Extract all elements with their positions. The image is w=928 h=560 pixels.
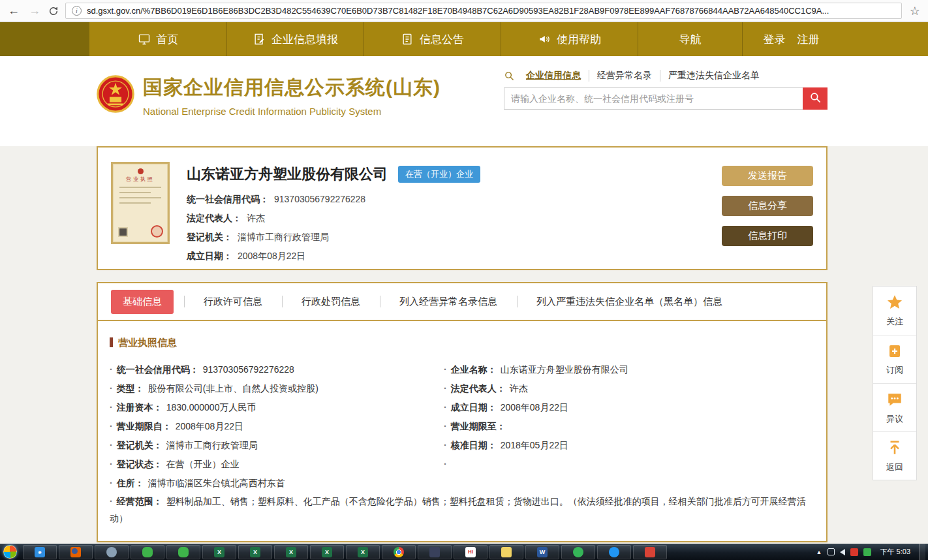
search-area: 企业信用信息 经营异常名录 严重违法失信企业名单 <box>504 70 827 110</box>
company-field: 成立日期：2008年08月22日 <box>187 251 480 262</box>
search-row <box>504 87 827 110</box>
search-tab-credit-info[interactable]: 企业信用信息 <box>518 70 589 82</box>
taskbar-excel-icon[interactable]: X <box>238 545 272 559</box>
bookmark-star-icon[interactable]: ☆ <box>908 4 921 18</box>
share-info-button[interactable]: 信息分享 <box>722 196 813 216</box>
license-qr-code <box>118 227 128 237</box>
search-magnifier-icon <box>504 70 515 82</box>
site-subtitle: National Enterprise Credit Information P… <box>143 106 441 117</box>
site-header: 国家企业信用信息公示系统(山东) National Enterprise Cre… <box>0 56 928 134</box>
search-tab-blacklist[interactable]: 严重违法失信企业名单 <box>660 70 767 82</box>
search-button[interactable] <box>803 87 827 110</box>
taskbar-clock[interactable]: 下午 5:03 <box>876 547 914 557</box>
license-title: 营业执照 <box>113 176 168 183</box>
license-field: 注册资本：1830.000000万人民币 <box>110 398 444 417</box>
desktop: ← → sd.gsxt.gov.cn/%7BB6D019E6D1B6E86B3D… <box>0 0 928 560</box>
business-license-thumbnail[interactable]: 营业执照 <box>111 162 170 244</box>
address-bar[interactable]: sd.gsxt.gov.cn/%7BB6D019E6D1B6E86B3DC2B3… <box>65 3 902 19</box>
license-field: 统一社会信用代码：913703056792276228 <box>110 360 444 379</box>
browser-chrome: ← → sd.gsxt.gov.cn/%7BB6D019E6D1B6E86B3D… <box>0 0 928 22</box>
tray-action-center-icon[interactable] <box>827 548 835 555</box>
send-report-button[interactable]: 发送报告 <box>722 166 813 186</box>
taskbar-wechat-icon[interactable] <box>131 545 164 559</box>
back-to-top-icon <box>886 439 903 459</box>
license-field: 类型：股份有限公司(非上市、自然人投资或控股) <box>110 379 444 398</box>
back-to-top-button[interactable]: 返回 <box>873 431 916 480</box>
license-field: 企业名称：山东诺亚方舟塑业股份有限公司 <box>444 360 814 379</box>
detail-tabbar: 基础信息 行政许可信息 行政处罚信息 列入经营异常名录信息 列入严重违法失信企业… <box>98 283 826 321</box>
company-summary-card: 营业执照 山东诺亚方舟塑业股份有限公司 在营（开业）企业 统一社会信用代码：91… <box>97 146 827 270</box>
nav-item-navigation[interactable]: 导航 <box>638 22 742 56</box>
nav-item-label: 信息公告 <box>420 32 464 47</box>
taskbar-media-app-icon[interactable] <box>597 545 631 559</box>
search-tab-abnormal-list[interactable]: 经营异常名录 <box>589 70 660 82</box>
license-field-business-scope: 经营范围：塑料制品加工、销售；塑料原料、化工产品（不含危险化学品）销售；塑料托盘… <box>110 493 814 527</box>
start-button-icon[interactable] <box>3 545 17 559</box>
objection-button[interactable]: 异议 <box>873 383 916 431</box>
taskbar-browser-globe-icon[interactable] <box>95 545 129 559</box>
taskbar-chrome-icon[interactable] <box>382 545 416 559</box>
taskbar-firefox-icon[interactable] <box>59 545 93 559</box>
nav-item-announcements[interactable]: 信息公告 <box>363 22 501 56</box>
follow-button[interactable]: 关注 <box>873 287 916 335</box>
taskbar-excel-icon[interactable]: X <box>310 545 344 559</box>
show-desktop-button[interactable] <box>920 544 925 560</box>
company-field: 法定代表人：许杰 <box>187 213 480 225</box>
taskbar-green-app-icon[interactable] <box>561 545 595 559</box>
main-navbar: 首页 企业信息填报 信息公告 使用帮助 导航 登录 注册 <box>0 22 928 56</box>
nav-auth: 登录 注册 <box>742 22 840 56</box>
company-field: 统一社会信用代码：913703056792276228 <box>187 194 480 206</box>
subscribe-icon <box>887 343 903 362</box>
tab-blacklist[interactable]: 列入严重违法失信企业名单（黑名单）信息 <box>517 296 742 308</box>
subscribe-button[interactable]: 订阅 <box>873 335 916 383</box>
tray-green-app-icon[interactable] <box>863 548 871 556</box>
taskbar-word-icon[interactable]: W <box>525 545 559 559</box>
taskbar-notepad-icon[interactable] <box>489 545 523 559</box>
nav-item-home[interactable]: 首页 <box>89 22 226 56</box>
announcement-icon <box>401 33 414 46</box>
site-title: 国家企业信用信息公示系统(山东) <box>143 74 441 101</box>
tab-administrative-penalty[interactable]: 行政处罚信息 <box>282 296 380 308</box>
license-field: 营业期限自：2008年08月22日 <box>110 417 444 436</box>
magnifier-icon <box>809 91 822 106</box>
license-field: 法定代表人：许杰 <box>444 379 814 398</box>
browser-back-icon[interactable]: ← <box>7 4 21 18</box>
site-info-icon[interactable] <box>72 6 82 16</box>
tab-abnormal-operations[interactable]: 列入经营异常名录信息 <box>380 296 517 308</box>
nav-item-label: 使用帮助 <box>557 32 601 47</box>
taskbar-excel-icon[interactable]: X <box>346 545 380 559</box>
windows-taskbar: e X X X X X HI W ▲ 下午 5:03 <box>0 544 928 560</box>
tray-red-app-icon[interactable] <box>850 548 858 556</box>
tray-volume-icon[interactable] <box>840 549 845 555</box>
nav-item-enterprise-filing[interactable]: 企业信息填报 <box>226 22 363 56</box>
browser-forward-icon[interactable]: → <box>27 4 42 18</box>
taskbar-hi-app-icon[interactable]: HI <box>454 545 487 559</box>
url-text: sd.gsxt.gov.cn/%7BB6D019E6D1B6E86B3DC2B3… <box>87 6 829 16</box>
browser-refresh-icon[interactable] <box>48 6 59 16</box>
license-seal-icon <box>151 225 163 238</box>
brand-text: 国家企业信用信息公示系统(山东) National Enterprise Cre… <box>143 74 441 117</box>
register-link[interactable]: 注册 <box>797 32 820 47</box>
page-background: 营业执照 山东诺亚方舟塑业股份有限公司 在营（开业）企业 统一社会信用代码：91… <box>0 146 928 555</box>
brand: 国家企业信用信息公示系统(山东) National Enterprise Cre… <box>97 74 441 117</box>
taskbar-red-app-icon[interactable] <box>633 545 667 559</box>
taskbar-wechat-icon[interactable] <box>166 545 200 559</box>
taskbar-excel-icon[interactable]: X <box>274 545 308 559</box>
company-status-badge: 在营（开业）企业 <box>398 166 480 183</box>
monitor-icon <box>138 33 151 46</box>
national-emblem-icon <box>97 75 134 116</box>
print-info-button[interactable]: 信息打印 <box>722 226 813 246</box>
tab-basic-info[interactable]: 基础信息 <box>111 290 174 314</box>
company-actions: 发送报告 信息分享 信息打印 <box>722 162 813 255</box>
tray-expand-icon[interactable]: ▲ <box>816 549 822 555</box>
nav-item-help[interactable]: 使用帮助 <box>501 22 638 56</box>
license-field: 营业期限至： <box>444 417 814 436</box>
license-field: 登记状态：在营（开业）企业 <box>110 455 444 474</box>
tab-administrative-licensing[interactable]: 行政许可信息 <box>184 296 282 308</box>
taskbar-internet-explorer-icon[interactable]: e <box>23 545 57 559</box>
search-input[interactable] <box>504 87 803 110</box>
taskbar-excel-icon[interactable]: X <box>202 545 236 559</box>
nav-item-label: 企业信息填报 <box>271 32 338 47</box>
taskbar-capture-tool-icon[interactable] <box>418 545 452 559</box>
login-link[interactable]: 登录 <box>764 32 786 47</box>
